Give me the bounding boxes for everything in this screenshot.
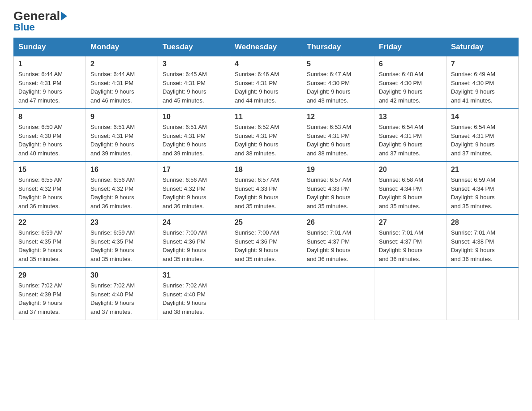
day-info: Sunrise: 6:48 AMSunset: 4:30 PMDaylight:… bbox=[379, 70, 442, 105]
day-info: Sunrise: 6:44 AMSunset: 4:31 PMDaylight:… bbox=[18, 70, 81, 105]
day-info: Sunrise: 6:54 AMSunset: 4:31 PMDaylight:… bbox=[451, 123, 514, 158]
day-number: 27 bbox=[379, 218, 442, 227]
day-info: Sunrise: 6:44 AMSunset: 4:31 PMDaylight:… bbox=[90, 70, 153, 105]
day-cell: 24Sunrise: 7:00 AMSunset: 4:36 PMDayligh… bbox=[158, 214, 230, 267]
day-cell: 29Sunrise: 7:02 AMSunset: 4:39 PMDayligh… bbox=[14, 267, 86, 320]
day-number: 25 bbox=[235, 218, 297, 227]
day-number: 29 bbox=[18, 271, 81, 279]
day-info: Sunrise: 6:56 AMSunset: 4:32 PMDaylight:… bbox=[90, 176, 153, 210]
column-header-thursday: Thursday bbox=[302, 38, 374, 56]
day-cell: 16Sunrise: 6:56 AMSunset: 4:32 PMDayligh… bbox=[86, 162, 158, 214]
day-number: 9 bbox=[90, 113, 153, 121]
day-cell: 1Sunrise: 6:44 AMSunset: 4:31 PMDaylight… bbox=[14, 56, 86, 109]
day-info: Sunrise: 6:54 AMSunset: 4:31 PMDaylight:… bbox=[379, 123, 442, 158]
day-number: 12 bbox=[307, 113, 369, 121]
day-number: 24 bbox=[163, 218, 225, 227]
day-number: 10 bbox=[163, 113, 225, 121]
day-cell: 13Sunrise: 6:54 AMSunset: 4:31 PMDayligh… bbox=[374, 109, 446, 162]
day-cell: 19Sunrise: 6:57 AMSunset: 4:33 PMDayligh… bbox=[302, 162, 374, 214]
day-number: 18 bbox=[235, 166, 297, 174]
day-info: Sunrise: 7:01 AMSunset: 4:37 PMDaylight:… bbox=[379, 228, 442, 263]
day-cell: 17Sunrise: 6:56 AMSunset: 4:32 PMDayligh… bbox=[158, 162, 230, 214]
day-cell: 31Sunrise: 7:02 AMSunset: 4:40 PMDayligh… bbox=[158, 267, 230, 320]
day-number: 6 bbox=[379, 60, 442, 68]
empty-day-cell bbox=[446, 267, 519, 320]
day-info: Sunrise: 6:59 AMSunset: 4:35 PMDaylight:… bbox=[90, 228, 153, 263]
day-cell: 18Sunrise: 6:57 AMSunset: 4:33 PMDayligh… bbox=[230, 162, 302, 214]
calendar-week-row: 22Sunrise: 6:59 AMSunset: 4:35 PMDayligh… bbox=[14, 214, 519, 267]
calendar-week-row: 29Sunrise: 7:02 AMSunset: 4:39 PMDayligh… bbox=[14, 267, 519, 320]
day-number: 2 bbox=[90, 60, 153, 68]
day-info: Sunrise: 6:57 AMSunset: 4:33 PMDaylight:… bbox=[307, 176, 369, 210]
day-number: 26 bbox=[307, 218, 369, 227]
empty-day-cell bbox=[374, 267, 446, 320]
day-number: 8 bbox=[18, 113, 81, 121]
day-cell: 12Sunrise: 6:53 AMSunset: 4:31 PMDayligh… bbox=[302, 109, 374, 162]
day-info: Sunrise: 6:52 AMSunset: 4:31 PMDaylight:… bbox=[235, 123, 297, 158]
day-info: Sunrise: 6:53 AMSunset: 4:31 PMDaylight:… bbox=[307, 123, 369, 158]
day-number: 16 bbox=[90, 166, 153, 174]
day-info: Sunrise: 7:00 AMSunset: 4:36 PMDaylight:… bbox=[235, 228, 297, 263]
day-cell: 20Sunrise: 6:58 AMSunset: 4:34 PMDayligh… bbox=[374, 162, 446, 214]
day-number: 3 bbox=[163, 60, 225, 68]
day-info: Sunrise: 7:00 AMSunset: 4:36 PMDaylight:… bbox=[163, 228, 225, 263]
day-info: Sunrise: 6:51 AMSunset: 4:31 PMDaylight:… bbox=[163, 123, 225, 158]
day-cell: 26Sunrise: 7:01 AMSunset: 4:37 PMDayligh… bbox=[302, 214, 374, 267]
day-info: Sunrise: 7:02 AMSunset: 4:39 PMDaylight:… bbox=[18, 281, 81, 316]
day-number: 23 bbox=[90, 218, 153, 227]
column-header-monday: Monday bbox=[86, 38, 158, 56]
column-header-friday: Friday bbox=[374, 38, 446, 56]
day-info: Sunrise: 7:02 AMSunset: 4:40 PMDaylight:… bbox=[90, 281, 153, 316]
day-info: Sunrise: 6:51 AMSunset: 4:31 PMDaylight:… bbox=[90, 123, 153, 158]
day-number: 28 bbox=[451, 218, 514, 227]
column-header-wednesday: Wednesday bbox=[230, 38, 302, 56]
column-header-saturday: Saturday bbox=[446, 38, 519, 56]
day-info: Sunrise: 6:59 AMSunset: 4:35 PMDaylight:… bbox=[18, 228, 81, 263]
day-number: 1 bbox=[18, 60, 81, 68]
calendar-header-row: SundayMondayTuesdayWednesdayThursdayFrid… bbox=[14, 38, 519, 56]
day-info: Sunrise: 6:57 AMSunset: 4:33 PMDaylight:… bbox=[235, 176, 297, 210]
day-cell: 4Sunrise: 6:46 AMSunset: 4:31 PMDaylight… bbox=[230, 56, 302, 109]
calendar-table: SundayMondayTuesdayWednesdayThursdayFrid… bbox=[13, 38, 519, 320]
day-number: 5 bbox=[307, 60, 369, 68]
logo-arrow-icon bbox=[61, 12, 67, 21]
logo-blue-text: Blue bbox=[13, 21, 35, 33]
column-header-tuesday: Tuesday bbox=[158, 38, 230, 56]
calendar-week-row: 8Sunrise: 6:50 AMSunset: 4:30 PMDaylight… bbox=[14, 109, 519, 162]
day-number: 11 bbox=[235, 113, 297, 121]
day-number: 14 bbox=[451, 113, 514, 121]
day-info: Sunrise: 6:59 AMSunset: 4:34 PMDaylight:… bbox=[451, 176, 514, 210]
day-number: 13 bbox=[379, 113, 442, 121]
day-cell: 22Sunrise: 6:59 AMSunset: 4:35 PMDayligh… bbox=[14, 214, 86, 267]
day-cell: 9Sunrise: 6:51 AMSunset: 4:31 PMDaylight… bbox=[86, 109, 158, 162]
day-number: 19 bbox=[307, 166, 369, 174]
day-cell: 23Sunrise: 6:59 AMSunset: 4:35 PMDayligh… bbox=[86, 214, 158, 267]
day-cell: 15Sunrise: 6:55 AMSunset: 4:32 PMDayligh… bbox=[14, 162, 86, 214]
day-info: Sunrise: 6:47 AMSunset: 4:30 PMDaylight:… bbox=[307, 70, 369, 105]
day-cell: 10Sunrise: 6:51 AMSunset: 4:31 PMDayligh… bbox=[158, 109, 230, 162]
day-number: 21 bbox=[451, 166, 514, 174]
day-info: Sunrise: 6:46 AMSunset: 4:31 PMDaylight:… bbox=[235, 70, 297, 105]
column-header-sunday: Sunday bbox=[14, 38, 86, 56]
empty-day-cell bbox=[230, 267, 302, 320]
day-info: Sunrise: 6:58 AMSunset: 4:34 PMDaylight:… bbox=[379, 176, 442, 210]
day-info: Sunrise: 7:02 AMSunset: 4:40 PMDaylight:… bbox=[163, 281, 225, 316]
day-info: Sunrise: 6:45 AMSunset: 4:31 PMDaylight:… bbox=[163, 70, 225, 105]
day-cell: 8Sunrise: 6:50 AMSunset: 4:30 PMDaylight… bbox=[14, 109, 86, 162]
day-number: 7 bbox=[451, 60, 514, 68]
day-number: 30 bbox=[90, 271, 153, 279]
day-number: 20 bbox=[379, 166, 442, 174]
calendar-week-row: 15Sunrise: 6:55 AMSunset: 4:32 PMDayligh… bbox=[14, 162, 519, 214]
day-number: 15 bbox=[18, 166, 81, 174]
day-cell: 3Sunrise: 6:45 AMSunset: 4:31 PMDaylight… bbox=[158, 56, 230, 109]
day-cell: 25Sunrise: 7:00 AMSunset: 4:36 PMDayligh… bbox=[230, 214, 302, 267]
day-cell: 27Sunrise: 7:01 AMSunset: 4:37 PMDayligh… bbox=[374, 214, 446, 267]
calendar-week-row: 1Sunrise: 6:44 AMSunset: 4:31 PMDaylight… bbox=[14, 56, 519, 109]
day-number: 31 bbox=[163, 271, 225, 279]
page-header: General Blue bbox=[13, 9, 519, 33]
day-cell: 30Sunrise: 7:02 AMSunset: 4:40 PMDayligh… bbox=[86, 267, 158, 320]
day-cell: 6Sunrise: 6:48 AMSunset: 4:30 PMDaylight… bbox=[374, 56, 446, 109]
logo: General Blue bbox=[13, 9, 68, 33]
day-cell: 2Sunrise: 6:44 AMSunset: 4:31 PMDaylight… bbox=[86, 56, 158, 109]
day-cell: 21Sunrise: 6:59 AMSunset: 4:34 PMDayligh… bbox=[446, 162, 519, 214]
